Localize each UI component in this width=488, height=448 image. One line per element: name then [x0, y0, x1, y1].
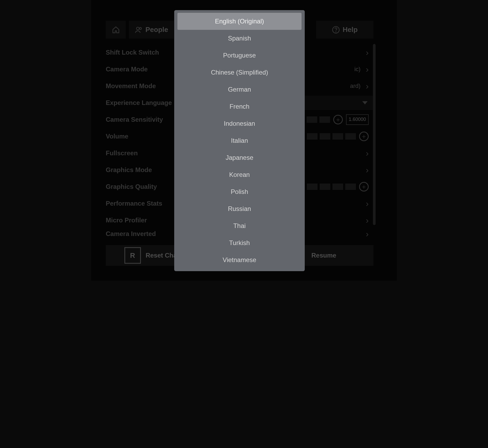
- svg-point-3: [336, 31, 336, 32]
- setting-value: ard): [350, 83, 360, 89]
- increase-button[interactable]: ＋: [359, 182, 369, 192]
- sensitivity-value[interactable]: 1.60000: [346, 114, 369, 125]
- graphics-slider[interactable]: [307, 184, 356, 190]
- help-icon: [332, 26, 340, 34]
- chevron-right-icon[interactable]: ›: [366, 48, 369, 57]
- people-icon: [135, 26, 143, 34]
- volume-slider[interactable]: [307, 133, 356, 140]
- resume-label: Resume: [311, 252, 336, 259]
- language-option[interactable]: Vietnamese: [177, 251, 302, 268]
- increase-button[interactable]: ＋: [333, 115, 343, 124]
- language-option[interactable]: German: [177, 81, 302, 98]
- language-option[interactable]: Spanish: [177, 30, 302, 47]
- language-option[interactable]: Portuguese: [177, 47, 302, 64]
- chevron-right-icon[interactable]: ›: [366, 82, 369, 90]
- language-option[interactable]: Polish: [177, 183, 302, 200]
- tab-people[interactable]: People: [129, 21, 174, 39]
- chevron-right-icon[interactable]: ›: [366, 166, 369, 174]
- scrollbar[interactable]: [373, 44, 376, 225]
- language-option[interactable]: Indonesian: [177, 115, 302, 132]
- svg-point-0: [136, 27, 139, 30]
- keycap-r: R: [124, 247, 141, 264]
- tab-home[interactable]: [106, 21, 126, 39]
- language-option[interactable]: Turkish: [177, 234, 302, 251]
- language-option[interactable]: French: [177, 98, 302, 115]
- language-option[interactable]: Russian: [177, 200, 302, 217]
- language-option[interactable]: Korean: [177, 166, 302, 183]
- language-option[interactable]: Italian: [177, 132, 302, 149]
- language-option[interactable]: Japanese: [177, 149, 302, 166]
- tab-help[interactable]: Help: [316, 21, 373, 39]
- chevron-right-icon[interactable]: ›: [366, 230, 369, 238]
- dropdown-caret-icon[interactable]: [362, 101, 368, 104]
- language-option[interactable]: Thai: [177, 217, 302, 234]
- home-icon: [112, 26, 120, 34]
- tab-help-label: Help: [343, 26, 357, 34]
- svg-point-1: [140, 27, 142, 30]
- chevron-right-icon[interactable]: ›: [366, 216, 369, 225]
- tab-people-label: People: [145, 26, 168, 34]
- setting-value: ic): [354, 66, 360, 73]
- chevron-right-icon[interactable]: ›: [366, 149, 369, 157]
- language-option[interactable]: English (Original): [177, 13, 302, 30]
- chevron-right-icon[interactable]: ›: [366, 65, 369, 74]
- language-option[interactable]: Chinese (Simplified): [177, 64, 302, 81]
- language-modal: English (Original)SpanishPortugueseChine…: [174, 10, 305, 271]
- increase-button[interactable]: ＋: [359, 132, 369, 141]
- chevron-right-icon[interactable]: ›: [366, 199, 369, 208]
